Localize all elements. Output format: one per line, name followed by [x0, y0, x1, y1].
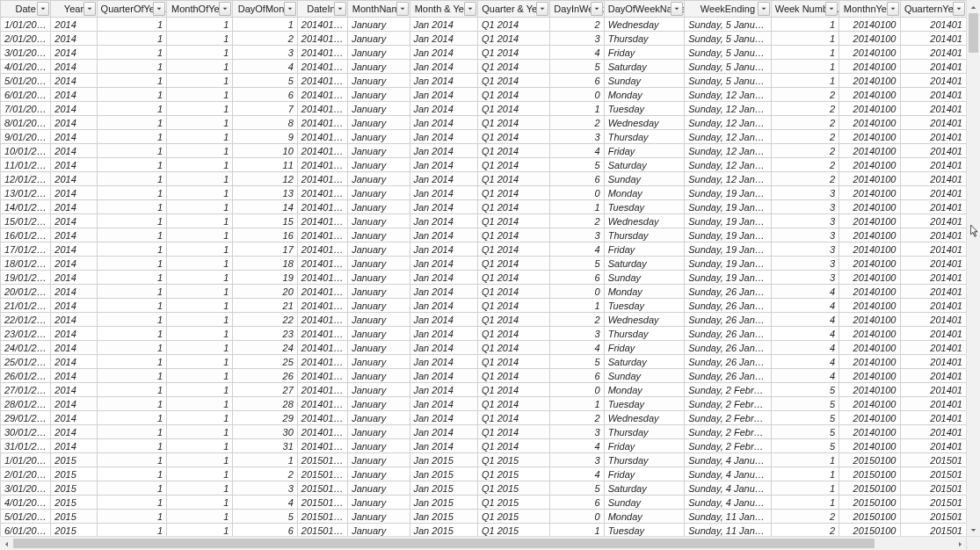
- cell-weeknumber[interactable]: 2: [771, 144, 838, 158]
- cell-quarterofyear[interactable]: 1: [97, 383, 166, 397]
- cell-dayofmonth[interactable]: 19: [233, 271, 297, 285]
- cell-monthnyear[interactable]: 20150100: [839, 453, 900, 467]
- cell-dayofweekname[interactable]: Thursday: [604, 32, 684, 46]
- cell-weeknumber[interactable]: 5: [771, 425, 838, 439]
- cell-year[interactable]: 2014: [51, 242, 97, 257]
- column-header-monthnyear[interactable]: MonthnYear: [839, 1, 900, 18]
- column-header-dayofweekname[interactable]: DayOfWeekName: [604, 1, 684, 18]
- table-row[interactable]: 6/01/2015201511620150106JanuaryJan 2015Q…: [1, 524, 967, 537]
- column-header-year[interactable]: Year: [51, 1, 97, 18]
- cell-monthname[interactable]: January: [348, 439, 410, 453]
- cell-dayofmonth[interactable]: 3: [233, 46, 297, 60]
- table-row[interactable]: 13/01/20142014111320140113JanuaryJan 201…: [1, 186, 967, 200]
- cell-monthname[interactable]: January: [348, 481, 410, 496]
- cell-monthname[interactable]: January: [348, 467, 410, 481]
- cell-quarterofyear[interactable]: 1: [97, 496, 166, 510]
- cell-monthofyear[interactable]: 1: [167, 383, 233, 397]
- cell-dayofweekname[interactable]: Monday: [604, 186, 684, 200]
- table-row[interactable]: 25/01/20142014112520140125JanuaryJan 201…: [1, 355, 967, 369]
- filter-dropdown-icon[interactable]: [758, 2, 770, 16]
- cell-year[interactable]: 2014: [51, 383, 97, 397]
- filter-dropdown-icon[interactable]: [334, 2, 346, 16]
- column-header-weekending[interactable]: WeekEnding: [685, 1, 772, 18]
- cell-dateint[interactable]: 20140106: [297, 88, 347, 102]
- cell-weekending[interactable]: Sunday, 12 January 2014: [685, 130, 772, 144]
- cell-dayofweekname[interactable]: Wednesday: [604, 18, 684, 32]
- cell-quarteryear[interactable]: Q1 2014: [477, 425, 549, 439]
- cell-quarternyear[interactable]: 201401: [900, 383, 967, 397]
- filter-dropdown-icon[interactable]: [536, 2, 548, 16]
- cell-year[interactable]: 2014: [51, 172, 97, 186]
- cell-monthnyear[interactable]: 20140100: [839, 200, 900, 214]
- cell-monthname[interactable]: January: [348, 46, 410, 60]
- cell-monthofyear[interactable]: 1: [167, 327, 233, 341]
- cell-quarterofyear[interactable]: 1: [97, 313, 166, 327]
- cell-dayofmonth[interactable]: 14: [233, 200, 297, 214]
- cell-year[interactable]: 2014: [51, 285, 97, 299]
- cell-quarteryear[interactable]: Q1 2014: [477, 172, 549, 186]
- cell-year[interactable]: 2014: [51, 158, 97, 172]
- cell-dayofweekname[interactable]: Friday: [604, 467, 684, 481]
- cell-quarteryear[interactable]: Q1 2014: [477, 102, 549, 116]
- cell-dayofmonth[interactable]: 27: [233, 383, 297, 397]
- cell-quarterofyear[interactable]: 1: [97, 425, 166, 439]
- cell-dateint[interactable]: 20140104: [297, 60, 347, 74]
- cell-dayinweek[interactable]: 4: [550, 242, 604, 257]
- cell-year[interactable]: 2014: [51, 130, 97, 144]
- cell-date[interactable]: 28/01/2014: [1, 397, 51, 411]
- table-row[interactable]: 2/01/2015201511220150102JanuaryJan 2015Q…: [1, 467, 967, 481]
- cell-dayinweek[interactable]: 0: [550, 186, 604, 200]
- cell-dateint[interactable]: 20140117: [297, 242, 347, 257]
- scroll-up-button[interactable]: [967, 0, 980, 13]
- cell-dayinweek[interactable]: 3: [550, 32, 604, 46]
- cell-quarternyear[interactable]: 201401: [900, 46, 967, 60]
- cell-weeknumber[interactable]: 4: [771, 369, 838, 383]
- cell-quarteryear[interactable]: Q1 2014: [477, 355, 549, 369]
- vertical-scrollbar[interactable]: [966, 0, 980, 536]
- cell-dayinweek[interactable]: 5: [550, 257, 604, 271]
- cell-date[interactable]: 25/01/2014: [1, 355, 51, 369]
- cell-dayofmonth[interactable]: 22: [233, 313, 297, 327]
- cell-dayofmonth[interactable]: 30: [233, 425, 297, 439]
- cell-year[interactable]: 2014: [51, 228, 97, 242]
- table-row[interactable]: 5/01/2015201511520150105JanuaryJan 2015Q…: [1, 510, 967, 524]
- cell-dayinweek[interactable]: 5: [550, 355, 604, 369]
- cell-monthname[interactable]: January: [348, 214, 410, 228]
- cell-monthname[interactable]: January: [348, 200, 410, 214]
- cell-weekending[interactable]: Sunday, 26 January 2014: [685, 327, 772, 341]
- cell-dateint[interactable]: 20140115: [297, 214, 347, 228]
- cell-monthyear[interactable]: Jan 2014: [410, 341, 477, 355]
- cell-weeknumber[interactable]: 2: [771, 130, 838, 144]
- cell-monthofyear[interactable]: 1: [167, 467, 233, 481]
- cell-monthyear[interactable]: Jan 2014: [410, 186, 477, 200]
- cell-dayofweekname[interactable]: Thursday: [604, 425, 684, 439]
- cell-year[interactable]: 2014: [51, 102, 97, 116]
- cell-dayinweek[interactable]: 4: [550, 46, 604, 60]
- cell-dateint[interactable]: 20150106: [297, 524, 347, 537]
- cell-dayofweekname[interactable]: Tuesday: [604, 524, 684, 537]
- cell-dayinweek[interactable]: 5: [550, 481, 604, 496]
- cell-quarternyear[interactable]: 201401: [900, 341, 967, 355]
- cell-year[interactable]: 2015: [51, 496, 97, 510]
- cell-dayofmonth[interactable]: 23: [233, 327, 297, 341]
- filter-dropdown-icon[interactable]: [396, 2, 409, 16]
- cell-quarteryear[interactable]: Q1 2014: [477, 257, 549, 271]
- cell-dayofmonth[interactable]: 18: [233, 257, 297, 271]
- cell-monthyear[interactable]: Jan 2014: [410, 397, 477, 411]
- cell-quarteryear[interactable]: Q1 2014: [477, 228, 549, 242]
- cell-dateint[interactable]: 20140124: [297, 341, 347, 355]
- cell-date[interactable]: 2/01/2014: [1, 32, 51, 46]
- cell-monthyear[interactable]: Jan 2014: [410, 411, 477, 425]
- cell-date[interactable]: 4/01/2014: [1, 60, 51, 74]
- cell-weeknumber[interactable]: 1: [771, 32, 838, 46]
- cell-date[interactable]: 21/01/2014: [1, 299, 51, 313]
- cell-dayinweek[interactable]: 5: [550, 60, 604, 74]
- cell-quarteryear[interactable]: Q1 2014: [477, 186, 549, 200]
- cell-monthnyear[interactable]: 20140100: [839, 46, 900, 60]
- cell-monthname[interactable]: January: [348, 242, 410, 257]
- cell-quarternyear[interactable]: 201401: [900, 369, 967, 383]
- cell-monthnyear[interactable]: 20140100: [839, 102, 900, 116]
- cell-weeknumber[interactable]: 2: [771, 158, 838, 172]
- cell-monthnyear[interactable]: 20140100: [839, 341, 900, 355]
- cell-weeknumber[interactable]: 4: [771, 355, 838, 369]
